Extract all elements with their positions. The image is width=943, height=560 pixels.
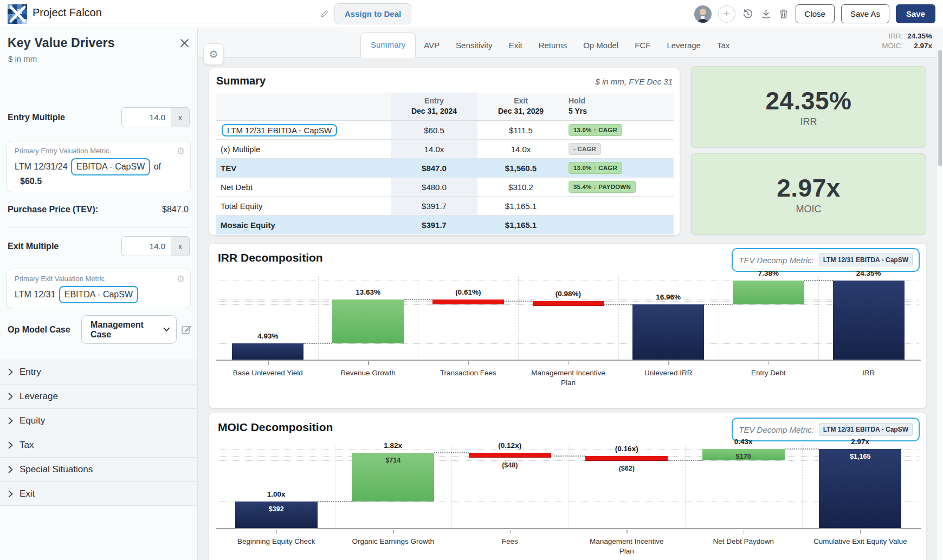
section-label: Tax <box>20 440 34 451</box>
chevron-down-icon <box>163 327 170 332</box>
exit-cell: $310.2 <box>477 178 564 197</box>
op-model-case-label: Op Model Case <box>8 325 70 335</box>
edit-title-pencil-icon[interactable] <box>320 9 329 18</box>
history-icon[interactable] <box>742 8 754 20</box>
vertical-gridline <box>618 276 619 360</box>
tab-fcf[interactable]: FCF <box>626 34 658 58</box>
moic-topline-value: 2.97x <box>907 42 932 50</box>
tev-decomp-metric-label: TEV Decomp Metric: <box>739 256 813 265</box>
connector-line <box>303 343 332 344</box>
vertical-scrollbar[interactable] <box>936 49 943 560</box>
divider <box>8 308 190 308</box>
tab-returns[interactable]: Returns <box>531 34 576 58</box>
metric-cell: Net Debt <box>216 178 391 197</box>
exit-cell: $111.5 <box>477 121 564 140</box>
save-button[interactable]: Save <box>896 4 935 23</box>
bar-value-label: 16.96% <box>618 293 719 301</box>
horizontal-gridline <box>218 460 919 461</box>
hold-cell <box>564 197 674 216</box>
trash-icon[interactable] <box>778 8 789 19</box>
axis-tick <box>860 530 861 533</box>
entry-multiple-input[interactable] <box>121 107 171 127</box>
metric-cell: TEV <box>216 159 391 178</box>
entry-metric-gear-icon[interactable]: ⚙ <box>177 146 185 157</box>
x-axis-category-label: Unlevered IRR <box>622 368 715 378</box>
sidebar-section-equity[interactable]: Equity <box>0 408 197 433</box>
entry-metric-prefix: LTM 12/31/24 <box>15 162 68 171</box>
bar-value-label: (0.16x) <box>569 445 686 453</box>
sidebar-section-leverage[interactable]: Leverage <box>0 384 197 408</box>
bar-sub-label: ($62) <box>585 465 668 472</box>
table-row: Total Equity$391.7$1,165.1 <box>216 197 674 216</box>
section-label: Exit <box>20 489 35 499</box>
add-user-icon[interactable]: + <box>718 5 735 23</box>
axis-tick <box>869 361 870 365</box>
exit-metric-chip[interactable]: EBITDA - CapSW <box>59 286 138 303</box>
exit-column-header: Exit Dec 31, 2029 <box>477 93 564 121</box>
exit-metric-gear-icon[interactable]: ⚙ <box>177 274 185 285</box>
exit-metric-prefix: LTM 12/31 <box>15 290 55 299</box>
tab-tax[interactable]: Tax <box>709 34 738 58</box>
exit-cell: $1,560.5 <box>477 159 564 178</box>
tab-summary[interactable]: Summary <box>360 32 416 58</box>
connector-line <box>604 304 633 305</box>
tev-decomp-metric-chip[interactable]: LTM 12/31 EBITDA - CapSW <box>819 423 913 436</box>
entry-metric-label: Primary Entry Valuation Metric <box>15 147 183 155</box>
summary-title: Summary <box>216 75 266 87</box>
main-content: Summary $ in mm, FYE Dec 31 Entry Dec 31… <box>198 58 943 560</box>
exit-multiple-suffix: x <box>171 236 190 256</box>
download-icon[interactable] <box>760 8 772 19</box>
irr-topline-value: 24.35% <box>907 32 932 40</box>
hold-cell: 13.0% ↑ CAGR <box>564 159 674 178</box>
vertical-gridline <box>569 445 569 528</box>
divider <box>8 227 190 228</box>
connector-line <box>318 501 352 502</box>
tab-sensitivity[interactable]: Sensitivity <box>448 34 501 58</box>
op-model-edit-icon[interactable] <box>181 324 192 335</box>
entry-multiple-suffix: x <box>171 107 190 127</box>
sidebar-section-special-situations[interactable]: Special Situations <box>0 457 197 481</box>
scrollbar-thumb[interactable] <box>938 50 942 166</box>
view-settings-gear-button[interactable]: ⚙ <box>203 43 224 65</box>
returns-topline: IRR: 24.35% MOIC: 2.97x <box>882 32 932 50</box>
bar-value-label: 13.63% <box>318 288 418 296</box>
hold-cell <box>564 216 674 235</box>
table-row: Net Debt$480.0$310.235.4% ↓ PAYDOWN <box>216 178 674 197</box>
entry-metric-chip[interactable]: EBITDA - CapSW <box>71 158 150 175</box>
waterfall-bar-green <box>332 299 404 344</box>
moic-topline-label: MOIC: <box>882 42 903 50</box>
metric-chip[interactable]: LTM 12/31 EBITDA - CapSW <box>222 124 337 136</box>
sidebar-section-tax[interactable]: Tax <box>0 433 197 457</box>
op-model-case-select[interactable]: Management Case <box>81 315 177 344</box>
chevron-right-icon <box>8 466 13 473</box>
tab-leverage[interactable]: Leverage <box>658 34 709 58</box>
user-avatar[interactable] <box>694 5 712 23</box>
tev-decomp-metric-chip[interactable]: LTM 12/31 EBITDA - CapSW <box>819 253 913 266</box>
sidebar-section-exit[interactable]: Exit <box>0 481 197 506</box>
primary-entry-valuation-card: Primary Entry Valuation Metric ⚙ LTM 12/… <box>7 141 191 192</box>
assign-to-deal-button[interactable]: Assign to Deal <box>334 3 411 24</box>
connector-line <box>704 304 733 305</box>
tab-exit[interactable]: Exit <box>501 34 531 58</box>
exit-metric-label: Primary Exit Valuation Metric <box>15 275 183 283</box>
waterfall-bar-navy <box>819 449 901 528</box>
save-as-button[interactable]: Save As <box>841 4 889 23</box>
tab-op-model[interactable]: Op Model <box>575 34 626 58</box>
exit-cell: $1,165.1 <box>477 197 564 216</box>
bar-value-label: (0.61%) <box>418 288 518 296</box>
waterfall-bar-red <box>469 453 551 458</box>
close-button[interactable]: Close <box>796 4 835 23</box>
sidebar-section-entry[interactable]: Entry <box>0 360 197 384</box>
vertical-gridline <box>802 445 803 528</box>
axis-tick <box>468 361 469 365</box>
metric-cell: LTM 12/31 EBITDA - CapSW <box>216 121 391 140</box>
waterfall-bar-navy <box>833 281 905 360</box>
exit-multiple-input[interactable] <box>121 236 171 256</box>
bar-value-label: 2.97x <box>802 438 919 446</box>
entry-metric-suffix: of <box>154 162 161 171</box>
project-title-input[interactable]: Project Falcon <box>31 4 313 23</box>
tab-avp[interactable]: AVP <box>416 34 448 58</box>
axis-tick <box>744 530 745 533</box>
close-panel-icon[interactable] <box>180 39 189 47</box>
exit-cell: $1,165.1 <box>477 216 564 235</box>
